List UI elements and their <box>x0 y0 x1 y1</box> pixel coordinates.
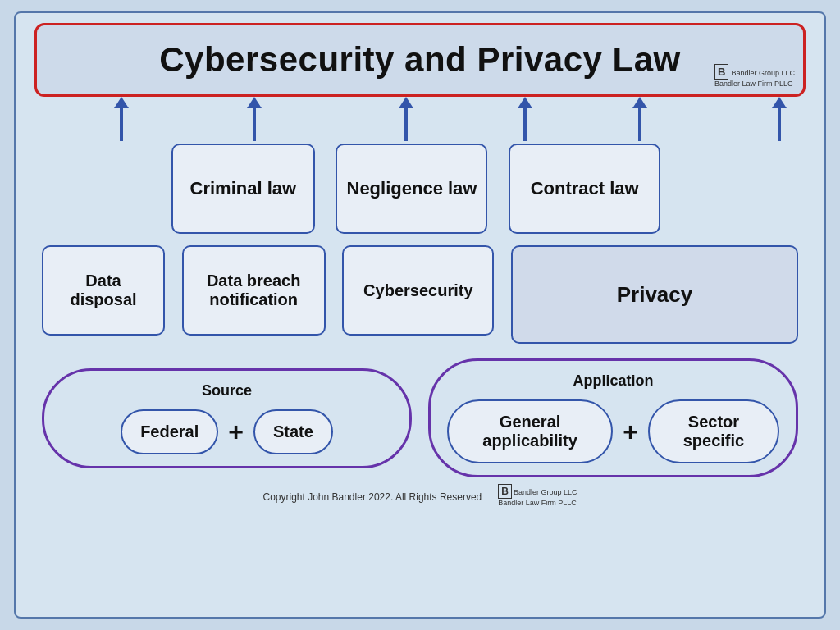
arrow-2 <box>247 97 262 142</box>
arrows-row <box>25 97 815 142</box>
arrow-5 <box>632 97 647 142</box>
brand-logo-bottom: BBandler Group LLC Bandler Law Firm PLLC <box>498 486 577 508</box>
application-label: Application <box>573 372 654 390</box>
arrow-3 <box>399 97 413 142</box>
application-plus: + <box>623 417 638 447</box>
brand-logo-top: BBandler Group LLC Bandler Law Firm PLLC <box>714 66 795 89</box>
top-boxes-row: Criminal law Negligence law Contract law <box>25 144 815 234</box>
application-inner: General applicability + Sector specific <box>447 399 779 463</box>
source-label: Source <box>202 382 252 399</box>
source-inner: Federal + State <box>121 409 333 454</box>
source-plus: + <box>228 417 244 447</box>
copyright-text: Copyright John Bandler 2022. All Rights … <box>262 491 482 503</box>
brand-letter: B <box>714 64 728 80</box>
diagram-container: Cybersecurity and Privacy Law BBandler G… <box>14 11 826 619</box>
arrow-1 <box>114 97 129 142</box>
lower-boxes-row: Data disposal Data breach notification C… <box>25 245 815 344</box>
brand-line1: Bandler Group LLC <box>731 69 795 77</box>
box-privacy: Privacy <box>511 245 798 344</box>
title-box: Cybersecurity and Privacy Law BBandler G… <box>34 23 806 97</box>
bottom-section: Source Federal + State Application Gener… <box>25 358 815 477</box>
application-group: Application General applicability + Sect… <box>428 358 798 477</box>
box-data-disposal: Data disposal <box>42 245 165 336</box>
box-cybersecurity: Cybersecurity <box>342 245 494 336</box>
federal-box: Federal <box>121 409 218 454</box>
brand-line2: Bandler Law Firm PLLC <box>714 80 793 88</box>
box-data-breach: Data breach notification <box>182 245 326 336</box>
box-contract-law: Contract law <box>509 144 660 234</box>
source-group: Source Federal + State <box>42 368 412 468</box>
arrow-6 <box>772 97 787 142</box>
box-criminal-law: Criminal law <box>171 144 315 234</box>
arrow-4 <box>518 97 532 142</box>
box-negligence-law: Negligence law <box>336 144 487 234</box>
copyright-row: Copyright John Bandler 2022. All Rights … <box>25 486 815 508</box>
general-box: General applicability <box>447 399 613 463</box>
sector-box: Sector specific <box>648 399 779 463</box>
main-title: Cybersecurity and Privacy Law <box>53 40 787 80</box>
state-box: State <box>253 409 333 454</box>
